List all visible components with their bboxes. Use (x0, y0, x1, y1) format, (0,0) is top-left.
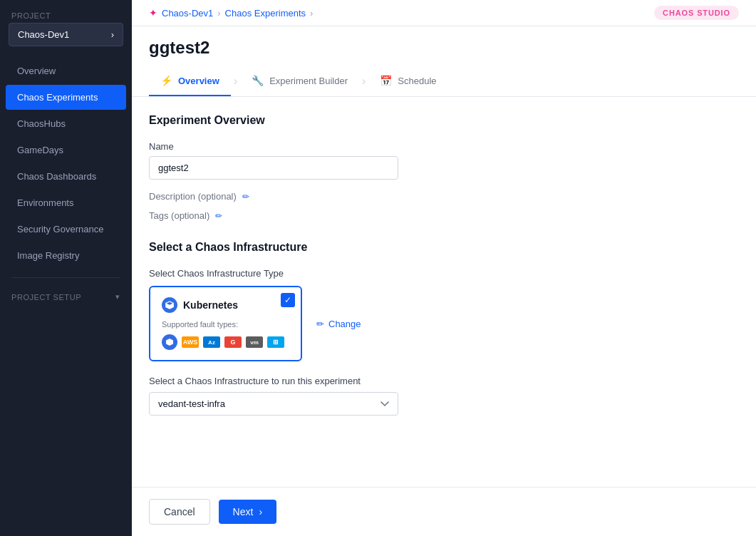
page-title-area: ggtest2 (132, 26, 756, 58)
select-infra-label: Select a Chaos Infrastructure to run thi… (149, 376, 739, 386)
breadcrumb: ✦ Chaos-Dev1 › Chaos Experiments › (149, 7, 313, 19)
azure-icon: Az (203, 336, 220, 348)
description-edit-icon: ✏ (242, 192, 249, 202)
project-setup-section[interactable]: PROJECT SETUP ▾ (0, 287, 132, 304)
sidebar-item-overview[interactable]: Overview (6, 58, 126, 83)
sidebar-item-environments[interactable]: Environments (6, 190, 126, 215)
kubernetes-icon (162, 297, 177, 313)
windows-icon: ⊞ (267, 336, 284, 348)
tags-field[interactable]: Tags (optional) ✏ (149, 210, 739, 221)
sidebar: Project Chaos-Dev1 › Overview Chaos Expe… (0, 0, 132, 536)
name-field-group: Name (149, 141, 739, 180)
infrastructure-section: Select a Chaos Infrastructure Select Cha… (149, 241, 739, 416)
name-input[interactable] (149, 156, 398, 180)
tab-schedule[interactable]: 📅 Schedule (368, 66, 447, 96)
fault-type-icons: AWS Az G vm ⊞ (162, 334, 289, 350)
tabs: ⚡ Overview › 🔧 Experiment Builder › 📅 Sc… (132, 66, 756, 97)
cancel-button[interactable]: Cancel (149, 499, 210, 525)
infra-card-title: Kubernetes (162, 297, 289, 313)
kubernetes-infra-card[interactable]: ✓ Kubernetes Supported fault types: (149, 286, 302, 361)
change-edit-icon: ✏ (316, 319, 324, 329)
schedule-tab-icon: 📅 (380, 75, 392, 86)
footer: Cancel Next › (132, 487, 756, 536)
project-label: Project (0, 0, 132, 23)
overview-tab-icon: ⚡ (160, 75, 172, 86)
aws-icon: AWS (182, 336, 199, 348)
gcp-icon: G (224, 336, 242, 348)
description-field[interactable]: Description (optional) ✏ (149, 191, 739, 202)
change-infra-button[interactable]: ✏ Change (316, 319, 361, 329)
breadcrumb-sep-2: › (310, 8, 313, 19)
name-label: Name (149, 141, 739, 152)
infra-type-label: Select Chaos Infrastructure Type (149, 268, 739, 279)
sidebar-item-gamedays[interactable]: GameDays (6, 138, 126, 163)
breadcrumb-project[interactable]: Chaos-Dev1 (162, 8, 213, 19)
tab-overview[interactable]: ⚡ Overview (149, 66, 231, 96)
infra-section-title: Select a Chaos Infrastructure (149, 241, 739, 254)
sidebar-item-chaos-dashboards[interactable]: Chaos Dashboards (6, 164, 126, 189)
infra-card-row: ✓ Kubernetes Supported fault types: (149, 286, 739, 361)
top-header: ✦ Chaos-Dev1 › Chaos Experiments › CHAOS… (132, 0, 756, 26)
chaos-icon: ✦ (149, 7, 157, 19)
experiment-overview-title: Experiment Overview (149, 114, 739, 127)
tags-edit-icon: ✏ (215, 211, 222, 221)
sidebar-item-security-governance[interactable]: Security Governance (6, 217, 126, 242)
sidebar-item-chaoshubs[interactable]: ChaosHubs (6, 111, 126, 136)
project-selector[interactable]: Chaos-Dev1 › (9, 23, 123, 46)
sidebar-divider (11, 277, 120, 278)
content-area: Experiment Overview Name Description (op… (132, 97, 756, 487)
breadcrumb-sep-1: › (217, 8, 220, 19)
next-button[interactable]: Next › (219, 500, 276, 524)
breadcrumb-section[interactable]: Chaos Experiments (225, 8, 306, 19)
page-title: ggtest2 (149, 38, 739, 58)
vm-icon: vm (246, 336, 263, 348)
sidebar-item-chaos-experiments[interactable]: Chaos Experiments (6, 85, 126, 110)
infra-card-checkmark: ✓ (281, 293, 295, 307)
chevron-right-icon: › (111, 29, 114, 40)
next-arrow-icon: › (259, 506, 262, 517)
chaos-studio-badge: CHAOS STUDIO (654, 6, 739, 20)
tab-experiment-builder[interactable]: 🔧 Experiment Builder (240, 66, 359, 96)
tab-sep-2: › (359, 75, 368, 88)
tab-sep-1: › (231, 75, 240, 88)
fault-types-label: Supported fault types: (162, 320, 289, 329)
main-content: ✦ Chaos-Dev1 › Chaos Experiments › CHAOS… (132, 0, 756, 536)
project-name: Chaos-Dev1 (18, 29, 69, 40)
builder-tab-icon: 🔧 (252, 75, 264, 86)
chevron-down-icon: ▾ (115, 292, 120, 302)
infrastructure-dropdown[interactable]: vedant-test-infra other-infra (149, 392, 398, 416)
sidebar-item-image-registry[interactable]: Image Registry (6, 243, 126, 268)
k8s-small-icon (162, 334, 177, 350)
